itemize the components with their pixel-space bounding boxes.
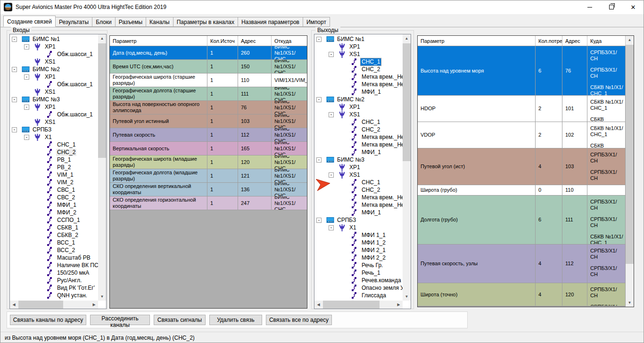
- table-row[interactable]: Географическая широта (старшие разряды)1…: [110, 74, 307, 87]
- tree-item[interactable]: Речь Гр.: [315, 261, 403, 269]
- tree-item[interactable]: -БИМС №3: [10, 96, 98, 103]
- expand-toggle[interactable]: -: [24, 105, 29, 110]
- tree-item[interactable]: Обж.шасси_1: [10, 81, 98, 88]
- scroll-thumb[interactable]: [403, 43, 411, 161]
- scroll-up-icon[interactable]: ▲: [98, 34, 106, 42]
- column-header[interactable]: Адрес: [562, 36, 587, 46]
- tree-item[interactable]: СНС_2: [10, 148, 98, 156]
- tree-item[interactable]: Опасно земля УРПП: [315, 284, 403, 292]
- action-button-3[interactable]: Связать сигналы: [154, 315, 206, 325]
- tree-item[interactable]: Метка врем._Неизвестн: [315, 141, 403, 148]
- tree-item[interactable]: СНС_1: [315, 58, 403, 65]
- tree-item[interactable]: МФИ 1_2: [315, 239, 403, 246]
- column-header[interactable]: Параметр: [110, 36, 207, 46]
- tree-item[interactable]: -СРПБЗ: [315, 216, 403, 224]
- tree-item[interactable]: -БИМС №3: [315, 156, 403, 163]
- table-row[interactable]: Вертикальная скорость1165БИМС №1/XS1/СНС: [110, 142, 307, 155]
- tree-item[interactable]: СНС_1: [10, 141, 98, 148]
- table-row[interactable]: СКО определения горизонтальной координат…: [110, 196, 307, 210]
- tree-item[interactable]: МФИ_1: [315, 148, 403, 156]
- tree-item[interactable]: СБКВ_1: [10, 224, 98, 231]
- expand-toggle[interactable]: -: [24, 44, 29, 49]
- expand-toggle[interactable]: -: [24, 74, 29, 80]
- tree-item[interactable]: МФИ_1: [315, 88, 403, 96]
- scroll-left-icon[interactable]: ◀: [10, 301, 18, 309]
- expand-toggle[interactable]: -: [329, 172, 334, 178]
- outputs-tree-vscrollbar[interactable]: ▲ ▼: [403, 34, 411, 301]
- table-row[interactable]: Долгота (грубо)6111СРПБЗ/X1/СНСРПБЗ/X1/С…: [418, 196, 626, 245]
- tree-item[interactable]: СВС_1: [10, 186, 98, 194]
- tree-item[interactable]: МФИ_1: [10, 201, 98, 209]
- column-header[interactable]: Параметр: [418, 36, 536, 46]
- tree-item[interactable]: XS1: [10, 58, 98, 65]
- tree-item[interactable]: МФИ 1_1: [315, 231, 403, 239]
- table-row[interactable]: Географическая долгота (старшие разряды)…: [110, 87, 307, 101]
- table-row[interactable]: Географическая широта (младшие разряды)1…: [110, 155, 307, 169]
- tree-item[interactable]: ВСС_2: [10, 246, 98, 254]
- scroll-right-icon[interactable]: ▶: [395, 301, 403, 309]
- table-row[interactable]: Высота над уровнем моря676СРПБЗ/X1/СНСРП…: [418, 46, 626, 96]
- tree-item[interactable]: Рус/Англ.: [10, 277, 98, 284]
- tree-item[interactable]: -X1: [315, 224, 403, 231]
- tree-item[interactable]: XS1: [10, 88, 98, 96]
- action-button-1[interactable]: Связать каналы по адресу: [10, 315, 86, 325]
- action-button-4[interactable]: Удалить связь: [209, 315, 262, 325]
- tree-item[interactable]: РВ_1: [10, 156, 98, 163]
- column-header[interactable]: Кол.Источ: [207, 36, 238, 46]
- tree-item[interactable]: -XP1: [10, 73, 98, 81]
- inputs-tree-hscrollbar[interactable]: ◀ ▶: [10, 301, 98, 309]
- table-row[interactable]: Географическая долгота (младшие разряды)…: [110, 169, 307, 183]
- table-row[interactable]: СКО определения вертикальной координаты1…: [110, 183, 307, 196]
- expand-toggle[interactable]: -: [12, 67, 17, 72]
- table-row[interactable]: Путевой угол (ист)4103СРПБЗ/X1/СНСРПБЗ/X…: [418, 148, 626, 185]
- scroll-down-icon[interactable]: ▼: [403, 293, 411, 301]
- action-button-5[interactable]: Связать все по адресу: [266, 315, 332, 325]
- tab-item[interactable]: Разъемы: [115, 17, 146, 27]
- expand-toggle[interactable]: -: [12, 37, 17, 42]
- consumers-table-vscrollbar[interactable]: ▲ ▼: [626, 36, 634, 307]
- tab-active[interactable]: Создание связей: [3, 16, 56, 27]
- tree-item[interactable]: -БИМС №1: [10, 35, 98, 43]
- scroll-down-icon[interactable]: ▼: [626, 299, 634, 307]
- expand-toggle[interactable]: -: [316, 157, 322, 163]
- tree-item[interactable]: МФИ_1: [315, 209, 403, 216]
- tab-item[interactable]: Результаты: [55, 17, 92, 27]
- scroll-thumb[interactable]: [626, 45, 634, 264]
- tree-item[interactable]: РВ_2: [10, 163, 98, 171]
- tree-item[interactable]: XS1: [10, 118, 98, 126]
- tree-item[interactable]: Метка врем._Неизвестн: [315, 73, 403, 81]
- table-row[interactable]: Дата (год,месяц, день)1260БИМС №1/XS1/СН…: [110, 46, 307, 60]
- table-row[interactable]: Высота над поверхностью опорного эллипсо…: [110, 101, 307, 114]
- tree-item[interactable]: СВС_2: [10, 194, 98, 201]
- column-header[interactable]: Куда: [587, 36, 626, 46]
- tree-item[interactable]: -X1: [10, 133, 98, 141]
- tree-item[interactable]: МФИ 2_2: [315, 254, 403, 261]
- expand-toggle[interactable]: -: [316, 218, 322, 223]
- tree-item[interactable]: ВСС_1: [10, 239, 98, 246]
- action-button-2[interactable]: Рассоединить каналы: [90, 315, 150, 325]
- tree-item[interactable]: 150/250 мкА: [10, 269, 98, 277]
- table-row[interactable]: Путевой угол истинный1103БИМС №1/XS1/СНС: [110, 114, 307, 128]
- tree-item[interactable]: XP1: [315, 163, 403, 171]
- tree-item[interactable]: Метка врем._Неизвестн: [315, 194, 403, 201]
- table-row[interactable]: Широта (грубо)0110: [418, 185, 626, 196]
- tree-item[interactable]: СНС_1: [315, 118, 403, 126]
- tab-item[interactable]: Блоки: [92, 17, 116, 27]
- scroll-up-icon[interactable]: ▲: [403, 34, 411, 42]
- tree-item[interactable]: МФИ 2_1: [315, 246, 403, 254]
- outputs-tree-hscrollbar[interactable]: ◀ ▶: [314, 301, 403, 309]
- tree-item[interactable]: Вид РК 'Гот.Ег': [10, 284, 98, 292]
- tree-item[interactable]: -XP1: [10, 103, 98, 111]
- scroll-thumb[interactable]: [98, 43, 106, 158]
- tree-item[interactable]: -XP1: [10, 43, 98, 50]
- expand-toggle[interactable]: -: [24, 135, 29, 140]
- tree-item[interactable]: ССПО_1: [10, 216, 98, 224]
- expand-toggle[interactable]: -: [329, 52, 334, 57]
- tree-item[interactable]: XP1: [315, 43, 403, 50]
- tree-item[interactable]: -XS1: [315, 111, 403, 118]
- expand-toggle[interactable]: -: [329, 225, 334, 230]
- tab-item[interactable]: Названия параметров: [238, 17, 303, 27]
- table-row[interactable]: Широта (точно)4120СРПБЗ/X1/СНСРПБЗ/X1/СН: [418, 283, 626, 306]
- tree-item[interactable]: Наличие ВК ПС: [10, 261, 98, 269]
- table-row[interactable]: HDOP2101СБКВ №1/X1/СНС_1СБКВ: [418, 96, 626, 122]
